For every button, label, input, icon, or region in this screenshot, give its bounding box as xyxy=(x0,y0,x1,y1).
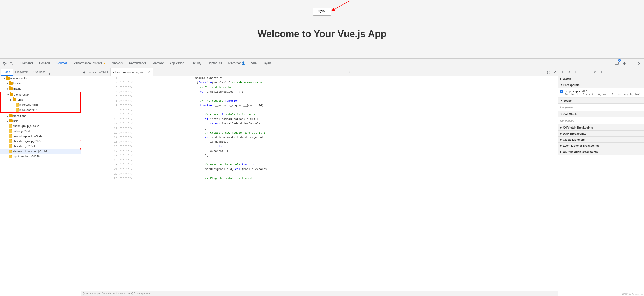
file-icon-element-ui-common xyxy=(9,150,12,153)
folder-icon-transitions xyxy=(9,114,13,117)
csp-section-header[interactable]: ▶ CSP Violation Breakpoints xyxy=(558,149,644,155)
tree-item-transitions[interactable]: ▶ transitions xyxy=(0,113,81,118)
tree-item-element-ui-lib[interactable]: ▶ element-ui/lib xyxy=(0,76,81,81)
more-options-icon[interactable]: ⋮ xyxy=(628,60,635,67)
tree-label-element-ui-lib: element-ui/lib xyxy=(10,77,27,80)
tree-label-utils: utils xyxy=(13,119,18,122)
tree-label-chk: checkbox.js?10a4 xyxy=(13,145,35,148)
tab-performance[interactable]: Performance xyxy=(126,59,150,68)
step-btn[interactable]: → xyxy=(585,69,591,75)
tab-network[interactable]: Network xyxy=(109,59,126,68)
inspect-icon[interactable] xyxy=(1,60,8,67)
tree-label-input-number: input-number.js?d246 xyxy=(13,155,40,158)
tab-memory[interactable]: Memory xyxy=(149,59,166,68)
close-icon[interactable]: ✕ xyxy=(636,60,643,67)
tab-security[interactable]: Security xyxy=(187,59,204,68)
red-border-group: ▼ theme-chalk ▶ fonts ▶ index xyxy=(0,92,81,113)
tree-item-index-css-4d5f[interactable]: ▶ index.css?4d5f xyxy=(1,102,80,107)
xhr-section-header[interactable]: ▶ XHR/fetch Breakpoints xyxy=(558,124,644,131)
tree-item-cascader[interactable]: ▶ cascader-panel.js?90d2 xyxy=(0,134,81,139)
code-tab-js[interactable]: element-ui.common.js?ccbf ✕ xyxy=(111,68,153,76)
settings-icon[interactable]: ⚙ xyxy=(621,60,628,67)
pause-btn[interactable]: ⏸ xyxy=(559,69,565,75)
device-toggle-icon[interactable] xyxy=(8,60,15,67)
devtools-body: Page Filesystem Overrides » ⋮ ▶ element-… xyxy=(0,68,644,296)
code-tabs: ◀ index.css?4d5f element-ui.common.js?cc… xyxy=(81,68,558,76)
step-over-btn[interactable]: ↺ xyxy=(566,69,572,75)
expand-panel-btn[interactable]: ⤢ xyxy=(552,69,558,75)
line-code-13: // Create a new module (and put it i xyxy=(194,131,558,135)
pause-exceptions-btn[interactable]: ⏸ xyxy=(599,69,605,75)
line-code-22 xyxy=(194,172,558,176)
line-number-3: 3 xyxy=(81,85,118,90)
callstack-section-header[interactable]: ▼ Call Stack xyxy=(558,111,644,117)
tab-console[interactable]: Console xyxy=(36,59,53,68)
code-tab-js-close[interactable]: ✕ xyxy=(148,70,150,74)
watch-section-header[interactable]: ▶ Watch xyxy=(558,76,644,82)
code-panel-nav-back[interactable]: ◀ xyxy=(81,69,87,75)
tree-item-mixins[interactable]: ▶ mixins xyxy=(0,86,81,91)
arrow-annotation xyxy=(323,0,354,15)
code-line-23: 23/******/ // Flag the module as loaded xyxy=(81,176,558,181)
svg-rect-2 xyxy=(10,62,12,65)
csp-label: CSP Violation Breakpoints xyxy=(563,150,598,153)
panel-tab-filesystem[interactable]: Filesystem xyxy=(13,69,31,76)
tree-item-chk[interactable]: ▶ checkbox.js?10a4 xyxy=(0,144,81,149)
tab-lighthouse[interactable]: Lighthouse xyxy=(204,59,225,68)
callstack-body: Not paused xyxy=(558,117,644,124)
tree-item-fonts[interactable]: ▶ fonts xyxy=(1,97,80,102)
tree-item-index-css-14f1[interactable]: ▶ index.css?14f1 xyxy=(1,107,80,112)
step-into-btn[interactable]: ↓ xyxy=(572,69,578,75)
tab-recorder[interactable]: Recorder 👤 xyxy=(225,59,248,68)
tree-item-theme-chalk[interactable]: ▼ theme-chalk xyxy=(1,92,80,97)
breakpoint-checkbox-1[interactable]: ✓ xyxy=(560,90,563,93)
pretty-print-btn[interactable]: { } xyxy=(546,69,552,75)
tree-item-locale[interactable]: ▶ locale xyxy=(0,81,81,86)
tab-layers[interactable]: Layers xyxy=(260,59,275,68)
tab-vue[interactable]: Vue xyxy=(248,59,260,68)
breakpoints-section-header[interactable]: ▼ Breakpoints xyxy=(558,82,644,88)
line-mask-13: /******/ xyxy=(118,131,194,135)
tree-item-input-number[interactable]: ▶ input-number.js?d246 xyxy=(0,154,81,159)
scope-section-header[interactable]: ▼ Scope xyxy=(558,98,644,104)
panel-tab-page[interactable]: Page xyxy=(1,69,13,76)
line-mask-9: /******/ xyxy=(118,112,194,117)
global-listeners-section-header[interactable]: ▶ Global Listeners xyxy=(558,137,644,143)
scope-not-paused: Not paused xyxy=(560,105,642,110)
code-line-12: 12/******/ } xyxy=(81,126,558,131)
panel-tabs-menu[interactable]: ⋮ xyxy=(75,72,80,76)
tab-elements[interactable]: Elements xyxy=(17,59,36,68)
chat-icon[interactable]: 1 xyxy=(613,60,620,67)
tab-application[interactable]: Application xyxy=(167,59,188,68)
tree-label-index-css-14f1: index.css?14f1 xyxy=(19,108,38,111)
code-line-22: 22/******/ xyxy=(81,172,558,176)
line-mask-11: /******/ xyxy=(118,121,194,126)
tree-item-btn-group[interactable]: ▶ button-group.js?cc02 xyxy=(0,123,81,129)
dom-section-header[interactable]: ▶ DOM Breakpoints xyxy=(558,131,644,137)
code-tab-css[interactable]: index.css?4d5f xyxy=(87,68,111,76)
event-listener-section-header[interactable]: ▶ Event Listener Breakpoints xyxy=(558,143,644,149)
line-code-9: // Check if module is in cache xyxy=(194,112,558,117)
code-tab-more[interactable]: » xyxy=(347,70,352,74)
file-icon-btn-group xyxy=(9,124,12,128)
sources-left-panel: Page Filesystem Overrides » ⋮ ▶ element-… xyxy=(0,68,81,296)
line-number-18: 18 xyxy=(81,153,118,158)
tree-item-utils[interactable]: ▶ utils xyxy=(0,118,81,123)
deactivate-breakpoints-btn[interactable]: ⊘ xyxy=(592,69,598,75)
file-icon-index-css-4d5f xyxy=(16,103,19,107)
tree-item-element-ui-common[interactable]: ▶ element-ui.common.js?ccbf xyxy=(0,149,81,154)
line-number-1: 1 xyxy=(81,76,118,80)
tree-item-chk-group[interactable]: ▶ checkbox-group.js?b37b xyxy=(0,139,81,144)
panel-tab-overrides[interactable]: Overrides xyxy=(31,69,48,76)
tree-label-fonts: fonts xyxy=(17,98,23,101)
line-number-7: 7 xyxy=(81,103,118,108)
code-content[interactable]: 1module.exports =2/******/ (function(mod… xyxy=(81,76,558,291)
tree-label-theme-chalk: theme-chalk xyxy=(14,93,29,96)
tab-performance-insights[interactable]: Performance insights ▲ xyxy=(71,59,109,68)
line-code-18: }; xyxy=(194,153,558,158)
step-out-btn[interactable]: ↑ xyxy=(579,69,585,75)
tree-item-btn[interactable]: ▶ button.js?9ada xyxy=(0,129,81,134)
svg-rect-4 xyxy=(615,62,618,65)
tab-sources[interactable]: Sources xyxy=(53,59,71,68)
panel-tabs-more[interactable]: » xyxy=(48,72,52,76)
